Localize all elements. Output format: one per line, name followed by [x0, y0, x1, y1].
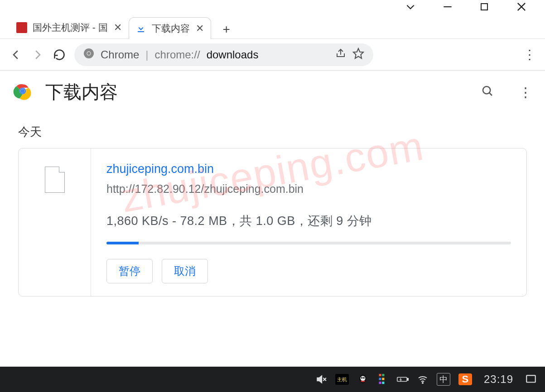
new-tab-button[interactable]: + — [217, 20, 236, 38]
window-controls — [0, 0, 545, 15]
window-close-icon[interactable] — [515, 0, 528, 15]
cancel-button[interactable]: 取消 — [162, 259, 208, 283]
chrome-icon — [83, 48, 94, 62]
window-maximize-icon[interactable] — [479, 1, 490, 14]
progress-fill — [106, 242, 139, 244]
page-title: 下载内容 — [45, 80, 118, 105]
tab-inactive[interactable]: 国外主机测评 - 国 ✕ — [10, 17, 129, 38]
window-dropdown-icon[interactable] — [405, 1, 416, 14]
page-header: 下载内容 ⋮ — [0, 71, 545, 113]
omnibox-url-path: downloads — [207, 48, 259, 61]
svg-point-17 — [361, 376, 366, 381]
omnibox-url-prefix: chrome:// — [155, 48, 200, 61]
svg-point-11 — [20, 89, 24, 93]
notifications-icon[interactable] — [525, 373, 537, 385]
section-today: 今天 — [0, 113, 545, 148]
svg-marker-7 — [353, 48, 363, 58]
file-icon — [45, 167, 65, 193]
tab-label: 国外主机测评 - 国 — [33, 21, 108, 34]
svg-point-12 — [483, 86, 490, 94]
download-url: http://172.82.90.12/zhujiceping.com.bin — [106, 182, 511, 196]
svg-rect-22 — [379, 378, 381, 380]
svg-point-6 — [87, 52, 91, 55]
window-minimize-icon[interactable] — [442, 1, 453, 14]
svg-rect-21 — [382, 374, 384, 376]
tray-app-icon[interactable]: 主机 — [335, 374, 349, 385]
svg-rect-24 — [379, 382, 381, 384]
download-icon — [135, 23, 146, 34]
favicon-icon — [16, 22, 27, 33]
svg-rect-23 — [382, 378, 384, 380]
svg-rect-27 — [407, 378, 408, 381]
download-filename[interactable]: zhujiceping.com.bin — [106, 162, 511, 176]
pause-button[interactable]: 暂停 — [106, 259, 153, 283]
svg-rect-29 — [526, 375, 535, 382]
svg-point-19 — [363, 377, 365, 379]
close-icon[interactable]: ✕ — [113, 22, 122, 33]
ime-indicator[interactable]: 中 — [437, 373, 450, 386]
svg-rect-25 — [382, 382, 384, 384]
omnibox-scheme: Chrome — [101, 48, 139, 61]
tray-color-icon[interactable] — [377, 373, 389, 385]
wifi-icon[interactable] — [417, 373, 429, 385]
close-icon[interactable]: ✕ — [195, 23, 204, 34]
card-thumbnail — [19, 148, 91, 296]
forward-button[interactable] — [31, 48, 44, 62]
taskbar: 主机 中 S 23:19 — [0, 367, 545, 392]
tab-strip: 国外主机测评 - 国 ✕ 下载内容 ✕ + — [0, 15, 545, 39]
back-button[interactable] — [9, 48, 23, 62]
star-icon[interactable] — [352, 48, 364, 62]
svg-rect-1 — [481, 4, 487, 10]
search-icon[interactable] — [481, 84, 494, 100]
qq-icon[interactable] — [357, 373, 369, 385]
download-card: zhujiceping.com.bin http://172.82.90.12/… — [18, 148, 527, 296]
svg-rect-26 — [397, 377, 407, 381]
reload-button[interactable] — [53, 48, 66, 61]
chrome-logo-icon — [13, 81, 33, 103]
sogou-icon[interactable]: S — [458, 373, 472, 385]
download-progress-text: 1,860 KB/s - 78.2 MB，共 1.0 GB，还剩 9 分钟 — [106, 213, 511, 229]
toolbar: Chrome | chrome://downloads ⋮ — [0, 39, 545, 71]
progress-bar — [106, 242, 511, 244]
page-menu-icon[interactable]: ⋮ — [519, 84, 532, 100]
browser-menu-icon[interactable]: ⋮ — [523, 47, 536, 62]
separator: | — [145, 48, 148, 61]
volume-mute-icon[interactable] — [315, 373, 327, 385]
svg-rect-20 — [379, 374, 381, 376]
svg-point-28 — [422, 382, 423, 383]
svg-line-13 — [489, 93, 492, 96]
tab-active[interactable]: 下载内容 ✕ — [129, 17, 211, 39]
svg-point-18 — [361, 377, 362, 379]
tab-label: 下载内容 — [152, 22, 190, 35]
share-icon[interactable] — [335, 48, 346, 62]
taskbar-clock[interactable]: 23:19 — [484, 373, 513, 386]
address-bar[interactable]: Chrome | chrome://downloads — [74, 43, 373, 66]
battery-icon[interactable] — [397, 373, 409, 385]
